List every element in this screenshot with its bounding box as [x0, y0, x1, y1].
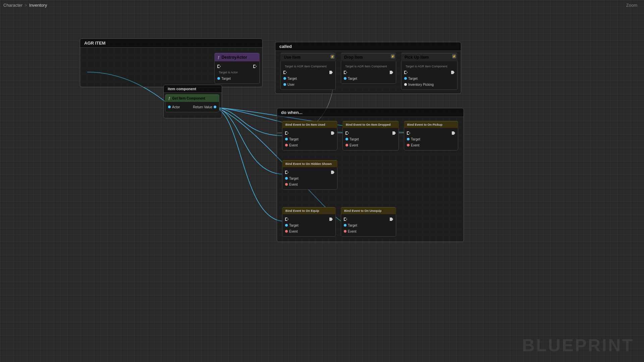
drop-exec-out	[390, 71, 393, 74]
destroy-actor-header: ƒ DestroyActor	[214, 53, 260, 61]
bind-pickup-body: Target Event	[404, 128, 458, 150]
bind-hidden-exec-in	[285, 171, 288, 174]
destroy-actor-node[interactable]: ƒ DestroyActor Target is Actor Target	[214, 53, 260, 84]
zoom-indicator: Zoom	[626, 3, 637, 8]
breadcrumb-current: Inventory	[29, 3, 47, 8]
use-target-pin	[283, 77, 286, 80]
agr-item-group: AGR ITEM ƒ DestroyActor Target is Actor	[80, 39, 263, 87]
item-component-group: item component ƒ Get Item Component Acto…	[163, 85, 222, 118]
destroy-exec-out	[253, 65, 257, 68]
bind-hidden-event-pin	[285, 183, 288, 186]
bind-unequip-event-pin	[344, 230, 346, 233]
bind-pickup-target-pin	[407, 138, 410, 140]
bind-equip-exec-out	[329, 218, 333, 221]
use-item-header: Use Item ⚡	[280, 53, 336, 61]
use-exec-out	[329, 71, 333, 74]
pick-up-item-node[interactable]: Pick Up Item ⚡ Target is AGR Item Compon…	[401, 53, 458, 90]
get-item-component-node[interactable]: ƒ Get Item Component Actor Return Value	[165, 95, 219, 112]
bind-item-dropped-body: Target Event	[342, 128, 399, 150]
bind-item-used-body: Target Event	[282, 128, 337, 150]
bind-equip-node[interactable]: Bind Event to On Equip Target	[282, 207, 336, 237]
drop-item-node[interactable]: Drop Item ⚡ Target is AGR Item Component	[341, 53, 396, 84]
drop-item-body: Target is AGR Item Component Target	[341, 61, 396, 84]
do-when-group: do when... Bind Event to On Item Used Ta…	[277, 108, 464, 242]
bind-equip-body: Target Event	[282, 214, 336, 237]
bind-pickup-event-pin	[407, 144, 410, 146]
bind-equip-header: Bind Event to On Equip	[282, 207, 336, 214]
bind-equip-exec-in	[285, 218, 288, 221]
agr-item-title: AGR ITEM	[80, 39, 262, 48]
breadcrumb-separator: >	[24, 3, 27, 8]
bind-hidden-shown-body: Target Event	[282, 167, 337, 190]
bind-item-dropped-header: Bind Event to On Item Dropped	[342, 121, 399, 128]
get-item-return-pin	[214, 106, 216, 108]
bind-dropped-target-pin	[345, 138, 348, 140]
pickup-exec-in	[404, 71, 408, 74]
bind-used-target-pin	[285, 138, 288, 140]
bind-pickup-exec-in	[407, 131, 410, 135]
destroy-target-pin	[217, 77, 220, 80]
bind-hidden-shown-node[interactable]: Bind Event to On Hidden Shown Target	[282, 160, 337, 190]
destroy-exec-in	[217, 65, 221, 68]
pickup-target-pin	[404, 77, 407, 80]
do-when-title: do when...	[277, 108, 464, 117]
breadcrumb-parent[interactable]: Character	[3, 3, 22, 8]
bind-unequip-body: Target Event	[341, 214, 396, 237]
bind-unequip-exec-out	[390, 218, 393, 221]
bind-item-used-header: Bind Event to On Item Used	[282, 121, 337, 128]
drop-item-header: Drop Item ⚡	[341, 53, 396, 61]
bind-item-dropped-node[interactable]: Bind Event to On Item Dropped Target	[342, 121, 399, 150]
use-exec-in	[283, 71, 287, 74]
blueprint-watermark: BLUEPRINT	[522, 335, 634, 355]
bind-dropped-exec-out	[392, 131, 396, 135]
bind-equip-event-pin	[285, 230, 288, 233]
bind-dropped-event-pin	[345, 144, 348, 146]
bind-used-event-pin	[285, 144, 288, 146]
drop-target-pin	[344, 77, 346, 80]
bind-used-exec-out	[331, 131, 334, 135]
bind-equip-target-pin	[285, 224, 288, 227]
bind-pickup-header: Bind Event to On Pickup	[404, 121, 458, 128]
bind-unequip-header: Bind Event to On Unequip	[341, 207, 396, 214]
bind-unequip-exec-in	[344, 218, 347, 221]
called-title: called	[275, 42, 461, 51]
use-item-node[interactable]: Use Item ⚡ Target is AGR Item Component	[280, 53, 336, 90]
bind-dropped-exec-in	[345, 131, 349, 135]
bind-hidden-target-pin	[285, 177, 288, 180]
bind-pickup-node[interactable]: Bind Event to On Pickup Target	[404, 121, 458, 150]
pick-up-header: Pick Up Item ⚡	[401, 53, 458, 61]
bind-unequip-target-pin	[344, 224, 346, 227]
get-item-actor-pin	[168, 106, 171, 108]
bind-hidden-exec-out	[331, 171, 334, 174]
pickup-inventory-pin	[404, 83, 407, 86]
use-item-body: Target is AGR Item Component Target	[280, 61, 336, 90]
drop-exec-in	[344, 71, 347, 74]
destroy-actor-body: Target is Actor Target	[214, 61, 260, 84]
get-item-body: Actor Return Value	[165, 102, 219, 112]
pick-up-body: Target is AGR Item Component Target	[401, 61, 458, 90]
use-user-pin	[283, 83, 286, 86]
bind-hidden-shown-header: Bind Event to On Hidden Shown	[282, 160, 337, 167]
bind-pickup-exec-out	[452, 131, 455, 135]
bind-used-exec-in	[285, 131, 288, 135]
get-item-header: ƒ Get Item Component	[165, 95, 219, 102]
bind-item-used-node[interactable]: Bind Event to On Item Used Target	[282, 121, 337, 150]
bind-unequip-node[interactable]: Bind Event to On Unequip Target	[341, 207, 396, 237]
item-component-title: item component	[164, 85, 222, 93]
pickup-exec-out	[451, 71, 454, 74]
breadcrumb: Character > Inventory	[3, 3, 47, 8]
called-group: called Use Item ⚡ Target is AGR Item Com…	[275, 42, 461, 94]
